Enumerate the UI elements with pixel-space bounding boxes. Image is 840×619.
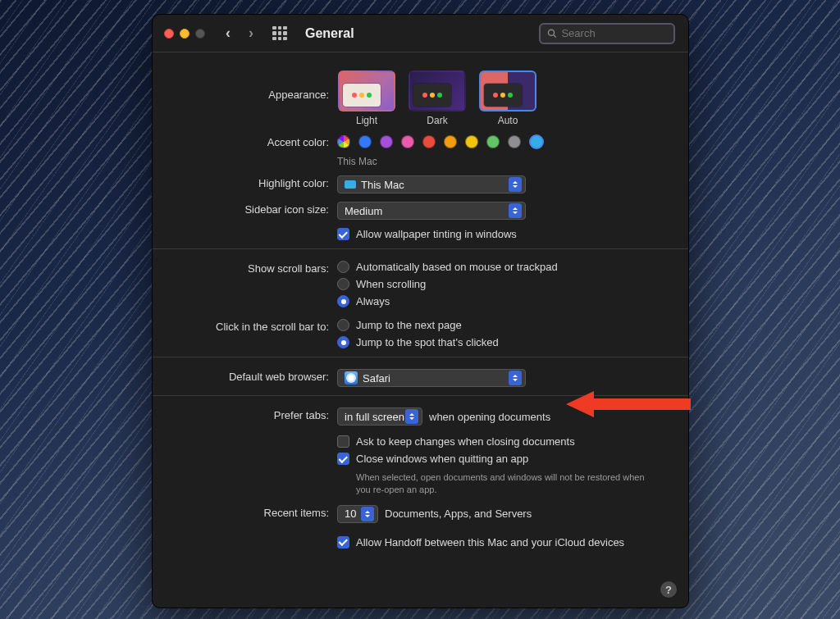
search-input[interactable] <box>561 27 667 39</box>
close-windows-checkbox[interactable]: Close windows when quitting an app <box>337 453 672 465</box>
svg-point-0 <box>548 30 554 35</box>
prefer-tabs-label: Prefer tabs: <box>153 407 337 421</box>
default-browser-select[interactable]: Safari <box>337 369 526 387</box>
accent-caption: This Mac <box>337 156 672 167</box>
minimize-icon[interactable] <box>180 29 189 39</box>
back-button[interactable]: ‹ <box>220 25 236 42</box>
chevron-updown-icon <box>405 409 418 424</box>
close-icon[interactable] <box>164 29 174 39</box>
close-windows-hint: When selected, open documents and window… <box>356 471 651 497</box>
accent-pink[interactable] <box>401 135 414 148</box>
radio-icon <box>337 278 349 290</box>
radio-icon <box>337 336 349 348</box>
chevron-updown-icon <box>509 203 522 218</box>
window-title: General <box>305 26 354 41</box>
accent-this-mac[interactable] <box>529 134 544 149</box>
accent-purple[interactable] <box>380 135 393 148</box>
chevron-updown-icon <box>509 177 522 192</box>
help-button[interactable]: ? <box>660 581 677 598</box>
checkbox-icon <box>337 435 349 448</box>
divider <box>153 248 688 249</box>
window-controls <box>164 29 205 39</box>
scrollbars-label: Show scroll bars: <box>153 261 337 275</box>
checkbox-icon <box>337 453 349 465</box>
scrollbars-always-radio[interactable]: Always <box>337 295 672 307</box>
prefer-tabs-suffix: when opening documents <box>429 411 550 423</box>
radio-icon <box>337 319 349 331</box>
divider <box>153 357 688 357</box>
default-browser-label: Default web browser: <box>153 369 337 383</box>
accent-orange[interactable] <box>444 135 457 148</box>
maximize-icon <box>195 29 205 39</box>
appearance-dark[interactable]: Dark <box>408 71 467 126</box>
scrollbars-auto-radio[interactable]: Automatically based on mouse or trackpad <box>337 261 672 273</box>
divider <box>153 395 688 396</box>
ask-keep-changes-checkbox[interactable]: Ask to keep changes when closing documen… <box>337 435 672 448</box>
accent-graphite[interactable] <box>508 135 521 148</box>
click-spot-radio[interactable]: Jump to the spot that's clicked <box>337 336 672 348</box>
appearance-label: Appearance: <box>153 71 337 101</box>
sidebar-size-label: Sidebar icon size: <box>153 202 337 216</box>
scrollbars-scrolling-radio[interactable]: When scrolling <box>337 278 672 290</box>
highlight-label: Highlight color: <box>153 175 337 189</box>
radio-icon <box>337 295 349 307</box>
search-field[interactable] <box>539 23 675 44</box>
click-next-page-radio[interactable]: Jump to the next page <box>337 319 672 331</box>
chevron-updown-icon <box>361 507 374 521</box>
radio-icon <box>337 261 349 273</box>
system-preferences-window: ‹ › General Appearance: Light <box>152 14 689 608</box>
accent-blue[interactable] <box>358 135 372 148</box>
accent-green[interactable] <box>486 135 500 148</box>
accent-label: Accent color: <box>153 134 337 148</box>
wallpaper-tinting-checkbox[interactable]: Allow wallpaper tinting in windows <box>337 228 672 240</box>
click-scroll-label: Click in the scroll bar to: <box>153 319 337 333</box>
show-all-icon[interactable] <box>272 26 287 41</box>
recent-items-suffix: Documents, Apps, and Servers <box>385 507 532 520</box>
accent-swatches <box>337 134 672 149</box>
safari-icon <box>345 371 358 385</box>
chevron-updown-icon <box>509 371 522 385</box>
forward-button: › <box>243 25 259 42</box>
recent-items-label: Recent items: <box>153 505 337 519</box>
checkbox-icon <box>337 536 349 548</box>
highlight-select[interactable]: This Mac <box>337 175 526 193</box>
accent-multicolor[interactable] <box>337 135 350 148</box>
appearance-auto[interactable]: Auto <box>478 71 537 126</box>
accent-red[interactable] <box>422 135 436 148</box>
svg-line-1 <box>554 35 556 38</box>
recent-items-select[interactable]: 10 <box>337 505 378 523</box>
content: Appearance: Light Dark Auto <box>153 52 688 608</box>
handoff-checkbox[interactable]: Allow Handoff between this Mac and your … <box>337 536 672 548</box>
search-icon <box>547 28 556 39</box>
accent-yellow[interactable] <box>465 135 478 148</box>
checkbox-icon <box>337 228 349 240</box>
appearance-light[interactable]: Light <box>337 71 396 126</box>
prefer-tabs-select[interactable]: in full screen <box>337 407 422 426</box>
titlebar: ‹ › General <box>153 15 688 52</box>
sidebar-size-select[interactable]: Medium <box>337 202 526 220</box>
